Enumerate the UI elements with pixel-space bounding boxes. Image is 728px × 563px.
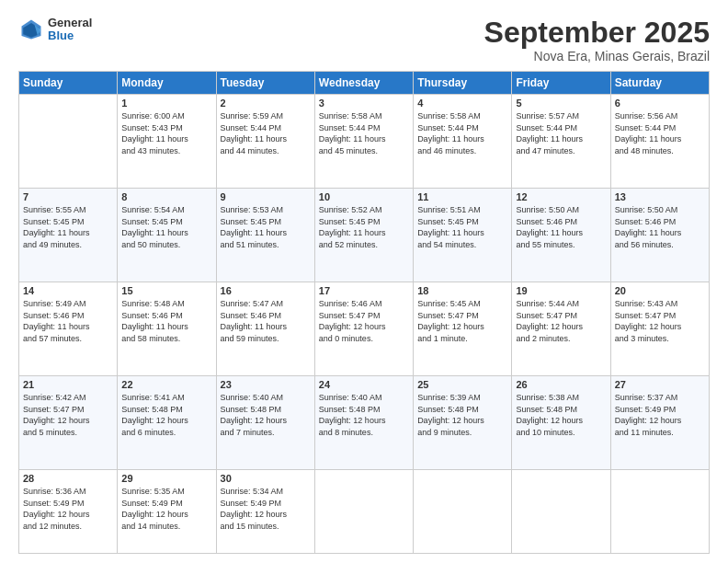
day-info: Sunrise: 5:40 AM Sunset: 5:48 PM Dayligh… — [221, 392, 311, 438]
calendar-cell: 1Sunrise: 6:00 AM Sunset: 5:43 PM Daylig… — [118, 95, 216, 189]
calendar-cell: 6Sunrise: 5:56 AM Sunset: 5:44 PM Daylig… — [610, 95, 709, 189]
calendar-cell: 27Sunrise: 5:37 AM Sunset: 5:49 PM Dayli… — [610, 376, 709, 470]
day-number: 30 — [221, 473, 311, 484]
day-info: Sunrise: 5:59 AM Sunset: 5:44 PM Dayligh… — [221, 110, 311, 156]
logo-blue-text: Blue — [48, 29, 92, 42]
calendar-cell — [314, 470, 413, 554]
day-number: 28 — [23, 473, 113, 484]
calendar-cell: 12Sunrise: 5:50 AM Sunset: 5:46 PM Dayli… — [512, 189, 610, 282]
calendar-cell: 3Sunrise: 5:58 AM Sunset: 5:44 PM Daylig… — [314, 95, 413, 189]
day-info: Sunrise: 5:35 AM Sunset: 5:49 PM Dayligh… — [121, 486, 211, 532]
day-info: Sunrise: 5:34 AM Sunset: 5:49 PM Dayligh… — [221, 486, 311, 532]
day-info: Sunrise: 5:51 AM Sunset: 5:45 PM Dayligh… — [417, 204, 507, 250]
calendar: SundayMondayTuesdayWednesdayThursdayFrid… — [18, 71, 710, 554]
logo-general-text: General — [48, 17, 92, 29]
day-info: Sunrise: 5:39 AM Sunset: 5:48 PM Dayligh… — [417, 392, 507, 438]
day-info: Sunrise: 5:46 AM Sunset: 5:47 PM Dayligh… — [319, 298, 409, 344]
day-info: Sunrise: 5:50 AM Sunset: 5:46 PM Dayligh… — [615, 204, 705, 250]
day-number: 16 — [221, 285, 311, 296]
day-number: 9 — [221, 191, 311, 202]
weekday-wednesday: Wednesday — [314, 72, 413, 95]
day-info: Sunrise: 5:43 AM Sunset: 5:47 PM Dayligh… — [615, 298, 705, 344]
calendar-cell — [414, 470, 512, 554]
day-number: 23 — [221, 379, 311, 390]
weekday-thursday: Thursday — [414, 72, 512, 95]
page: General Blue September 2025 Nova Era, Mi… — [0, 0, 728, 563]
calendar-cell: 30Sunrise: 5:34 AM Sunset: 5:49 PM Dayli… — [216, 470, 314, 554]
calendar-cell: 24Sunrise: 5:40 AM Sunset: 5:48 PM Dayli… — [314, 376, 413, 470]
logo-text: General Blue — [48, 17, 92, 43]
day-info: Sunrise: 5:58 AM Sunset: 5:44 PM Dayligh… — [417, 110, 507, 156]
day-number: 12 — [516, 191, 606, 202]
day-number: 7 — [23, 191, 113, 202]
calendar-cell: 4Sunrise: 5:58 AM Sunset: 5:44 PM Daylig… — [414, 95, 512, 189]
calendar-cell: 14Sunrise: 5:49 AM Sunset: 5:46 PM Dayli… — [19, 282, 118, 376]
day-number: 4 — [417, 98, 507, 109]
day-info: Sunrise: 5:55 AM Sunset: 5:45 PM Dayligh… — [23, 204, 113, 250]
calendar-cell: 17Sunrise: 5:46 AM Sunset: 5:47 PM Dayli… — [314, 282, 413, 376]
week-row-3: 14Sunrise: 5:49 AM Sunset: 5:46 PM Dayli… — [19, 282, 710, 376]
day-number: 10 — [319, 191, 409, 202]
title-block: September 2025 Nova Era, Minas Gerais, B… — [484, 17, 710, 63]
day-info: Sunrise: 6:00 AM Sunset: 5:43 PM Dayligh… — [121, 110, 211, 156]
calendar-cell: 5Sunrise: 5:57 AM Sunset: 5:44 PM Daylig… — [512, 95, 610, 189]
logo-icon — [18, 17, 44, 42]
day-info: Sunrise: 5:44 AM Sunset: 5:47 PM Dayligh… — [516, 298, 606, 344]
day-number: 5 — [516, 98, 606, 109]
location: Nova Era, Minas Gerais, Brazil — [484, 49, 710, 63]
day-info: Sunrise: 5:47 AM Sunset: 5:46 PM Dayligh… — [221, 298, 311, 344]
calendar-cell: 2Sunrise: 5:59 AM Sunset: 5:44 PM Daylig… — [216, 95, 314, 189]
weekday-monday: Monday — [118, 72, 216, 95]
day-info: Sunrise: 5:50 AM Sunset: 5:46 PM Dayligh… — [516, 204, 606, 250]
weekday-sunday: Sunday — [19, 72, 118, 95]
day-info: Sunrise: 5:54 AM Sunset: 5:45 PM Dayligh… — [121, 204, 211, 250]
week-row-1: 1Sunrise: 6:00 AM Sunset: 5:43 PM Daylig… — [19, 95, 710, 189]
weekday-tuesday: Tuesday — [216, 72, 314, 95]
day-number: 2 — [221, 98, 311, 109]
calendar-cell: 10Sunrise: 5:52 AM Sunset: 5:45 PM Dayli… — [314, 189, 413, 282]
calendar-cell: 28Sunrise: 5:36 AM Sunset: 5:49 PM Dayli… — [19, 470, 118, 554]
day-number: 15 — [121, 285, 211, 296]
calendar-cell: 22Sunrise: 5:41 AM Sunset: 5:48 PM Dayli… — [118, 376, 216, 470]
calendar-cell: 29Sunrise: 5:35 AM Sunset: 5:49 PM Dayli… — [118, 470, 216, 554]
day-number: 21 — [23, 379, 113, 390]
calendar-cell: 19Sunrise: 5:44 AM Sunset: 5:47 PM Dayli… — [512, 282, 610, 376]
day-number: 26 — [516, 379, 606, 390]
day-number: 17 — [319, 285, 409, 296]
weekday-saturday: Saturday — [610, 72, 709, 95]
day-number: 3 — [319, 98, 409, 109]
day-number: 19 — [516, 285, 606, 296]
day-number: 13 — [615, 191, 705, 202]
day-info: Sunrise: 5:56 AM Sunset: 5:44 PM Dayligh… — [615, 110, 705, 156]
calendar-cell: 7Sunrise: 5:55 AM Sunset: 5:45 PM Daylig… — [19, 189, 118, 282]
day-info: Sunrise: 5:53 AM Sunset: 5:45 PM Dayligh… — [221, 204, 311, 250]
day-number: 6 — [615, 98, 705, 109]
calendar-cell — [610, 470, 709, 554]
calendar-cell: 13Sunrise: 5:50 AM Sunset: 5:46 PM Dayli… — [610, 189, 709, 282]
calendar-cell: 15Sunrise: 5:48 AM Sunset: 5:46 PM Dayli… — [118, 282, 216, 376]
month-title: September 2025 — [484, 17, 710, 49]
weekday-header-row: SundayMondayTuesdayWednesdayThursdayFrid… — [19, 72, 710, 95]
day-number: 27 — [615, 379, 705, 390]
calendar-cell — [19, 95, 118, 189]
calendar-cell: 9Sunrise: 5:53 AM Sunset: 5:45 PM Daylig… — [216, 189, 314, 282]
calendar-cell: 26Sunrise: 5:38 AM Sunset: 5:48 PM Dayli… — [512, 376, 610, 470]
day-info: Sunrise: 5:52 AM Sunset: 5:45 PM Dayligh… — [319, 204, 409, 250]
week-row-5: 28Sunrise: 5:36 AM Sunset: 5:49 PM Dayli… — [19, 470, 710, 554]
calendar-cell: 16Sunrise: 5:47 AM Sunset: 5:46 PM Dayli… — [216, 282, 314, 376]
day-number: 14 — [23, 285, 113, 296]
calendar-cell: 8Sunrise: 5:54 AM Sunset: 5:45 PM Daylig… — [118, 189, 216, 282]
weekday-friday: Friday — [512, 72, 610, 95]
calendar-cell: 21Sunrise: 5:42 AM Sunset: 5:47 PM Dayli… — [19, 376, 118, 470]
day-number: 29 — [121, 473, 211, 484]
day-number: 8 — [121, 191, 211, 202]
calendar-cell — [512, 470, 610, 554]
day-info: Sunrise: 5:40 AM Sunset: 5:48 PM Dayligh… — [319, 392, 409, 438]
day-number: 1 — [121, 98, 211, 109]
calendar-cell: 25Sunrise: 5:39 AM Sunset: 5:48 PM Dayli… — [414, 376, 512, 470]
calendar-cell: 11Sunrise: 5:51 AM Sunset: 5:45 PM Dayli… — [414, 189, 512, 282]
day-number: 11 — [417, 191, 507, 202]
week-row-4: 21Sunrise: 5:42 AM Sunset: 5:47 PM Dayli… — [19, 376, 710, 470]
day-info: Sunrise: 5:42 AM Sunset: 5:47 PM Dayligh… — [23, 392, 113, 438]
day-info: Sunrise: 5:37 AM Sunset: 5:49 PM Dayligh… — [615, 392, 705, 438]
